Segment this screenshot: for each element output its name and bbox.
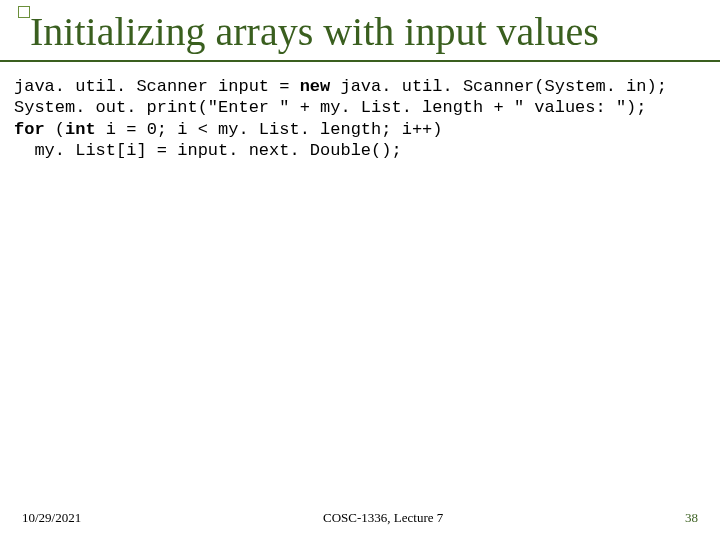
title-block: Initializing arrays with input values bbox=[0, 0, 720, 54]
code-kw-new: new bbox=[300, 77, 331, 96]
code-line-3a: ( bbox=[45, 120, 65, 139]
code-kw-for: for bbox=[14, 120, 45, 139]
slide: Initializing arrays with input values ja… bbox=[0, 0, 720, 540]
footer-page: 38 bbox=[685, 510, 698, 526]
code-line-1a: java. util. Scanner input = bbox=[14, 77, 300, 96]
footer-date: 10/29/2021 bbox=[22, 510, 81, 526]
code-line-4: my. List[i] = input. next. Double(); bbox=[14, 141, 402, 160]
slide-title: Initializing arrays with input values bbox=[18, 8, 720, 54]
code-line-1b: java. util. Scanner(System. in); bbox=[330, 77, 667, 96]
code-line-2: System. out. print("Enter " + my. List. … bbox=[14, 98, 647, 117]
code-block: java. util. Scanner input = new java. ut… bbox=[0, 62, 720, 161]
title-accent-box bbox=[18, 6, 30, 18]
code-kw-int: int bbox=[65, 120, 96, 139]
code-line-3b: i = 0; i < my. List. length; i++) bbox=[96, 120, 443, 139]
footer-course: COSC-1336, Lecture 7 bbox=[323, 510, 443, 526]
slide-footer: 10/29/2021 COSC-1336, Lecture 7 38 bbox=[0, 510, 720, 526]
